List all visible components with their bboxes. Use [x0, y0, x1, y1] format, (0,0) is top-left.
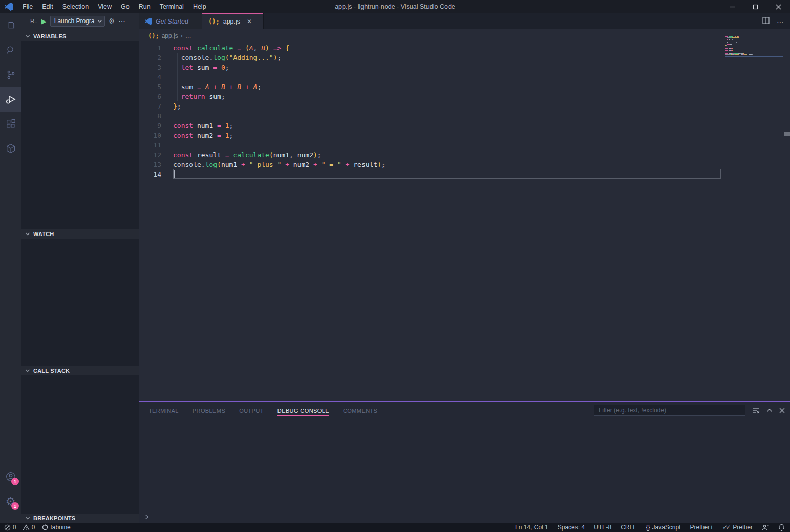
- language-mode-icon: {}: [646, 524, 650, 531]
- menu-help[interactable]: Help: [188, 0, 211, 13]
- close-panel-icon[interactable]: [779, 408, 785, 413]
- panel-tab-terminal[interactable]: TERMINAL: [148, 402, 179, 419]
- code-editor[interactable]: 1const calculate = (A, B) => {2 console.…: [139, 42, 790, 401]
- launch-configuration-dropdown[interactable]: Launch Progra: [50, 16, 105, 27]
- accounts-badge: 1: [11, 478, 19, 485]
- feedback-icon[interactable]: [762, 524, 769, 531]
- status-prettier[interactable]: ✓✓Prettier: [722, 524, 753, 531]
- editor-actions: ⋯: [762, 13, 790, 29]
- breadcrumb-file[interactable]: app.js: [162, 32, 178, 39]
- line-number[interactable]: 2: [139, 53, 161, 62]
- breadcrumb-more[interactable]: …: [185, 32, 191, 39]
- line-number[interactable]: 4: [139, 72, 161, 82]
- code-line-12[interactable]: 12const result = calculate(num1, num2);: [139, 150, 790, 160]
- maximize-panel-icon[interactable]: [766, 408, 773, 412]
- status-bar-left: 0 0 tabnine: [0, 524, 71, 531]
- close-window-icon[interactable]: [767, 0, 790, 13]
- accounts-icon[interactable]: 1: [0, 464, 21, 489]
- panel-tab-problems[interactable]: PROBLEMS: [193, 402, 225, 419]
- code-line-5[interactable]: 5 sum = A + B + B + A;: [139, 82, 790, 92]
- run-and-debug-icon[interactable]: [0, 87, 21, 112]
- line-number[interactable]: 12: [139, 150, 161, 160]
- search-icon[interactable]: [0, 38, 21, 62]
- panel-tab-comments[interactable]: COMMENTS: [343, 402, 377, 419]
- source-control-icon[interactable]: [0, 62, 21, 87]
- package-icon[interactable]: [0, 136, 21, 161]
- maximize-icon[interactable]: [744, 0, 767, 13]
- debug-console-filter-input[interactable]: [594, 405, 745, 416]
- line-number[interactable]: 11: [139, 140, 161, 150]
- settings-gear-icon[interactable]: ⚙ 1: [0, 489, 21, 514]
- code-line-2[interactable]: 2 console.log("Adding...");: [139, 53, 790, 62]
- status-indentation[interactable]: Spaces: 4: [558, 524, 585, 531]
- menu-go[interactable]: Go: [116, 0, 134, 13]
- debug-console-prompt[interactable]: [144, 514, 150, 521]
- start-debugging-icon[interactable]: ▶: [41, 17, 47, 25]
- problems-status[interactable]: 0 0: [4, 524, 35, 531]
- code-line-3[interactable]: 3 let sum = 0;: [139, 62, 790, 72]
- line-number[interactable]: 7: [139, 101, 161, 111]
- menu-selection[interactable]: Selection: [58, 0, 93, 13]
- more-actions-icon[interactable]: ⋯: [777, 17, 784, 26]
- split-editor-icon[interactable]: [762, 17, 770, 26]
- line-number[interactable]: 3: [139, 62, 161, 72]
- chevron-down-icon: [97, 17, 102, 25]
- line-number[interactable]: 8: [139, 111, 161, 121]
- breadcrumb[interactable]: (); app.js › …: [139, 29, 790, 42]
- status-cursor-position[interactable]: Ln 14, Col 1: [515, 524, 548, 531]
- close-tab-icon[interactable]: ✕: [247, 18, 252, 25]
- extensions-icon[interactable]: [0, 112, 21, 136]
- status-encoding[interactable]: UTF-8: [594, 524, 611, 531]
- call-stack-section-body: [21, 375, 139, 514]
- line-number[interactable]: 9: [139, 121, 161, 131]
- line-content: [161, 72, 173, 82]
- minimap-border: [783, 29, 783, 401]
- menu-file[interactable]: File: [18, 0, 37, 13]
- panel-tab-output[interactable]: OUTPUT: [239, 402, 264, 419]
- code-line-9[interactable]: 9const num1 = 1;: [139, 121, 790, 131]
- code-line-4[interactable]: 4: [139, 72, 790, 82]
- status-prettier-plus[interactable]: Prettier+: [690, 524, 714, 531]
- line-number[interactable]: 14: [139, 169, 161, 179]
- menu-terminal[interactable]: Terminal: [155, 0, 188, 13]
- variables-section-header[interactable]: VARIABLES: [21, 32, 139, 41]
- code-line-10[interactable]: 10const num2 = 1;: [139, 131, 790, 140]
- minimize-icon[interactable]: [721, 0, 744, 13]
- code-line-7[interactable]: 7};: [139, 101, 790, 111]
- menu-edit[interactable]: Edit: [37, 0, 58, 13]
- minimap[interactable]: [725, 36, 783, 189]
- more-actions-icon[interactable]: ⋯: [118, 17, 125, 25]
- notifications-bell-icon[interactable]: [778, 524, 785, 531]
- code-line-1[interactable]: 1const calculate = (A, B) => {: [139, 43, 790, 53]
- code-line-8[interactable]: 8: [139, 111, 790, 121]
- javascript-file-icon: ();: [208, 18, 220, 25]
- watch-section-header[interactable]: WATCH: [21, 229, 139, 239]
- status-eol[interactable]: CRLF: [621, 524, 636, 531]
- panel-tab-debug-console[interactable]: DEBUG CONSOLE: [277, 402, 329, 419]
- chevron-down-icon: [25, 33, 30, 39]
- scrollbar-handle[interactable]: [784, 132, 790, 136]
- line-number[interactable]: 6: [139, 92, 161, 101]
- menu-view[interactable]: View: [93, 0, 116, 13]
- menu-run[interactable]: Run: [134, 0, 155, 13]
- line-number[interactable]: 10: [139, 131, 161, 140]
- line-number[interactable]: 13: [139, 160, 161, 169]
- line-number[interactable]: 5: [139, 82, 161, 92]
- line-content: const num1 = 1;: [161, 121, 233, 131]
- explorer-icon[interactable]: [0, 13, 21, 38]
- line-number[interactable]: 1: [139, 43, 161, 53]
- tab-app-js[interactable]: (); app.js ✕: [202, 13, 264, 29]
- debug-settings-gear-icon[interactable]: ⚙: [109, 17, 115, 25]
- line-content: [161, 140, 173, 150]
- tabnine-status[interactable]: tabnine: [42, 524, 70, 531]
- call-stack-section-header[interactable]: CALL STACK: [21, 366, 139, 375]
- text-cursor: [174, 170, 175, 178]
- clear-console-icon[interactable]: [752, 407, 760, 414]
- code-line-6[interactable]: 6 return sum;: [139, 92, 790, 101]
- breakpoints-section-header[interactable]: BREAKPOINTS: [21, 514, 139, 523]
- tab-get-started[interactable]: Get Started: [139, 13, 202, 29]
- status-language-mode[interactable]: {}JavaScript: [646, 524, 680, 531]
- breadcrumb-separator: ›: [181, 32, 183, 39]
- code-line-11[interactable]: 11: [139, 140, 790, 150]
- code-line-13[interactable]: 13console.log(num1 + " plus " + num2 + "…: [139, 160, 790, 169]
